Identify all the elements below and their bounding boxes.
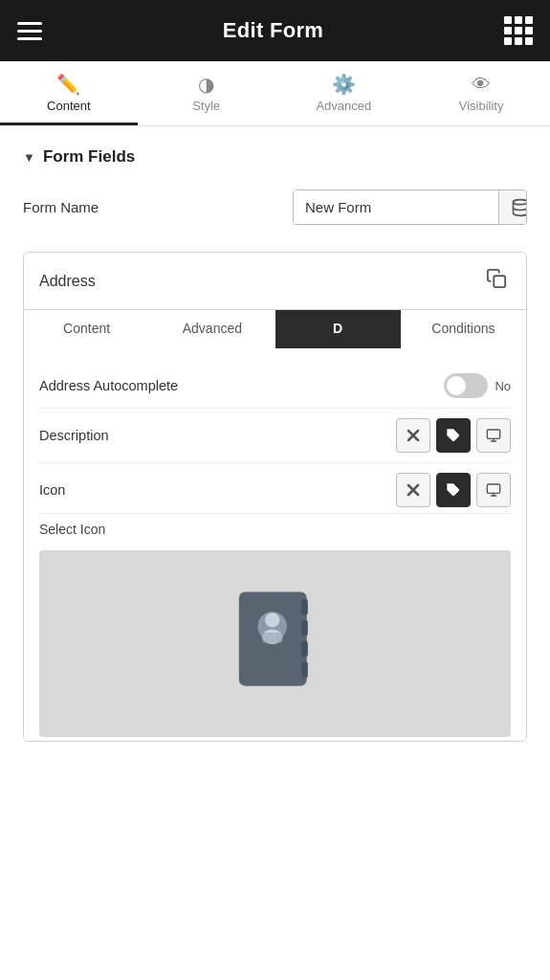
description-action-btns xyxy=(396,418,511,453)
svg-rect-16 xyxy=(301,619,308,635)
tab-advanced-label: Advanced xyxy=(316,99,371,113)
svg-rect-5 xyxy=(487,430,499,438)
icon-row: Icon xyxy=(39,463,511,514)
form-name-db-button[interactable] xyxy=(498,190,527,224)
address-sub-tabs: Content Advanced D Conditions xyxy=(24,309,526,348)
tag-icon xyxy=(446,482,461,498)
tab-content-label: Content xyxy=(47,99,91,113)
svg-point-20 xyxy=(265,612,279,627)
autocomplete-row: Address Autocomplete No xyxy=(39,364,511,409)
pencil-icon: ✏️ xyxy=(56,75,80,94)
tab-visibility[interactable]: 👁 Visibility xyxy=(412,61,550,125)
sub-tab-conditions[interactable]: Conditions xyxy=(401,310,526,348)
svg-point-0 xyxy=(514,199,528,204)
grid-apps-icon[interactable] xyxy=(504,16,533,45)
tab-advanced[interactable]: ⚙️ Advanced xyxy=(275,61,413,125)
form-name-input-wrap xyxy=(293,189,527,225)
sub-tab-content-label: Content xyxy=(63,321,110,336)
autocomplete-state-label: No xyxy=(495,379,511,393)
svg-rect-15 xyxy=(301,599,308,614)
close-icon xyxy=(407,429,420,442)
gear-icon: ⚙️ xyxy=(332,75,356,94)
icon-action-btns xyxy=(396,473,511,507)
select-icon-label: Select Icon xyxy=(39,514,511,546)
description-close-button[interactable] xyxy=(396,418,430,453)
database-icon xyxy=(511,198,527,217)
monitor-icon xyxy=(486,428,501,443)
sub-tab-d[interactable]: D xyxy=(275,310,401,348)
sub-tab-conditions-label: Conditions xyxy=(431,321,495,336)
monitor-icon xyxy=(486,482,501,498)
sub-tab-content[interactable]: Content xyxy=(24,310,149,348)
address-card-header: Address xyxy=(24,253,526,309)
form-fields-heading: Form Fields xyxy=(43,147,135,167)
eye-icon: 👁 xyxy=(472,75,491,94)
contact-book-icon xyxy=(223,587,328,702)
address-card-body: Address Autocomplete No Description xyxy=(24,348,526,741)
toggle-slider xyxy=(444,373,488,398)
svg-rect-22 xyxy=(261,633,282,643)
autocomplete-toggle[interactable] xyxy=(444,373,488,398)
collapse-arrow-icon[interactable]: ▼ xyxy=(23,150,35,165)
page-title: Edit Form xyxy=(223,18,323,43)
sub-tab-advanced[interactable]: Advanced xyxy=(149,310,275,348)
form-name-row: Form Name xyxy=(23,189,527,225)
autocomplete-label: Address Autocomplete xyxy=(39,378,178,393)
sub-tab-advanced-label: Advanced xyxy=(183,321,242,336)
app-header: Edit Form xyxy=(0,0,550,61)
sub-tab-d-label: D xyxy=(333,321,342,336)
icon-tag-button[interactable] xyxy=(436,473,471,507)
description-screen-button[interactable] xyxy=(476,418,511,453)
form-name-label: Form Name xyxy=(23,199,99,215)
top-tabs: ✏️ Content ◑ Style ⚙️ Advanced 👁 Visibil… xyxy=(0,61,550,126)
tab-visibility-label: Visibility xyxy=(459,99,504,113)
svg-rect-18 xyxy=(301,661,308,677)
close-icon xyxy=(407,483,420,497)
form-fields-section-header: ▼ Form Fields xyxy=(23,147,527,167)
svg-rect-17 xyxy=(301,640,308,656)
half-circle-icon: ◑ xyxy=(198,75,214,94)
description-row: Description xyxy=(39,409,511,463)
tab-style-label: Style xyxy=(192,99,220,113)
description-label: Description xyxy=(39,428,109,443)
tab-style[interactable]: ◑ Style xyxy=(138,61,275,125)
tab-content[interactable]: ✏️ Content xyxy=(0,61,138,125)
svg-rect-11 xyxy=(487,484,499,493)
svg-rect-1 xyxy=(494,276,505,287)
copy-icon xyxy=(486,268,507,289)
address-card-title: Address xyxy=(39,273,96,290)
icon-close-button[interactable] xyxy=(396,473,430,507)
copy-button[interactable] xyxy=(482,266,511,296)
main-content: ▼ Form Fields Form Name Address xyxy=(0,126,550,742)
icon-preview-area[interactable] xyxy=(39,550,511,737)
address-card: Address Content Advanced D Conditions xyxy=(23,252,527,742)
icon-label: Icon xyxy=(39,482,65,498)
autocomplete-toggle-wrap: No xyxy=(444,373,511,398)
form-name-input[interactable] xyxy=(294,190,498,224)
hamburger-menu-icon[interactable] xyxy=(17,22,42,40)
tag-icon xyxy=(446,428,461,443)
icon-screen-button[interactable] xyxy=(476,473,511,507)
description-tag-button[interactable] xyxy=(436,418,471,453)
